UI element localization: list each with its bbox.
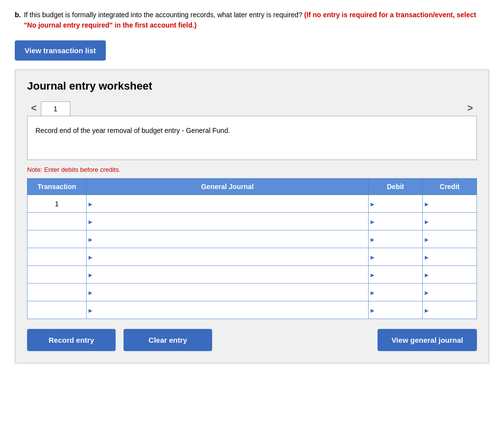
cell-debit[interactable] — [369, 248, 423, 266]
cell-transaction — [28, 301, 87, 319]
col-header-transaction: Transaction — [28, 179, 87, 195]
col-header-debit: Debit — [369, 179, 423, 195]
worksheet-title: Journal entry worksheet — [27, 80, 477, 93]
cell-transaction — [28, 213, 87, 230]
clear-entry-button[interactable]: Clear entry — [124, 329, 212, 351]
cell-debit[interactable] — [369, 230, 423, 248]
button-row: Record entry Clear entry View general jo… — [27, 329, 477, 351]
cell-debit[interactable] — [369, 284, 423, 301]
cell-credit[interactable] — [423, 230, 477, 248]
question-label: b. — [15, 10, 21, 20]
table-row — [28, 213, 477, 230]
cell-transaction — [28, 230, 87, 248]
description-box: Record end of the year removal of budget… — [27, 116, 477, 160]
cell-credit[interactable] — [423, 213, 477, 230]
note-text: Note: Enter debits before credits. — [27, 166, 477, 173]
question-text: If this budget is formally integrated in… — [24, 10, 489, 31]
cell-debit[interactable] — [369, 266, 423, 284]
cell-general-journal[interactable] — [87, 248, 369, 266]
cell-general-journal[interactable] — [87, 266, 369, 284]
record-entry-button[interactable]: Record entry — [27, 329, 116, 351]
cell-debit[interactable] — [369, 195, 423, 213]
col-header-credit: Credit — [423, 179, 477, 195]
worksheet-container: Journal entry worksheet < 1 > Record end… — [15, 69, 489, 363]
table-row — [28, 248, 477, 266]
cell-credit[interactable] — [423, 301, 477, 319]
col-header-general-journal: General Journal — [87, 179, 369, 195]
cell-transaction — [28, 248, 87, 266]
cell-general-journal[interactable] — [87, 213, 369, 230]
question-header: b. If this budget is formally integrated… — [15, 10, 489, 31]
view-general-journal-button[interactable]: View general journal — [378, 329, 477, 351]
table-row — [28, 301, 477, 319]
tab-prev-button[interactable]: < — [27, 100, 41, 116]
cell-debit[interactable] — [369, 301, 423, 319]
cell-transaction — [28, 266, 87, 284]
table-row: 1 — [28, 195, 477, 213]
table-row — [28, 284, 477, 301]
cell-general-journal[interactable] — [87, 195, 369, 213]
table-row — [28, 266, 477, 284]
view-transaction-button[interactable]: View transaction list — [15, 40, 106, 61]
cell-general-journal[interactable] — [87, 230, 369, 248]
cell-general-journal[interactable] — [87, 284, 369, 301]
tab-navigation: < 1 > — [27, 100, 477, 116]
cell-credit[interactable] — [423, 195, 477, 213]
tab-next-button[interactable]: > — [463, 100, 477, 116]
cell-general-journal[interactable] — [87, 301, 369, 319]
cell-transaction: 1 — [28, 195, 87, 213]
cell-debit[interactable] — [369, 213, 423, 230]
table-row — [28, 230, 477, 248]
cell-transaction — [28, 284, 87, 301]
cell-credit[interactable] — [423, 284, 477, 301]
cell-credit[interactable] — [423, 248, 477, 266]
tab-active[interactable]: 1 — [41, 101, 70, 116]
cell-credit[interactable] — [423, 266, 477, 284]
journal-table: Transaction General Journal Debit Credit… — [27, 178, 477, 319]
